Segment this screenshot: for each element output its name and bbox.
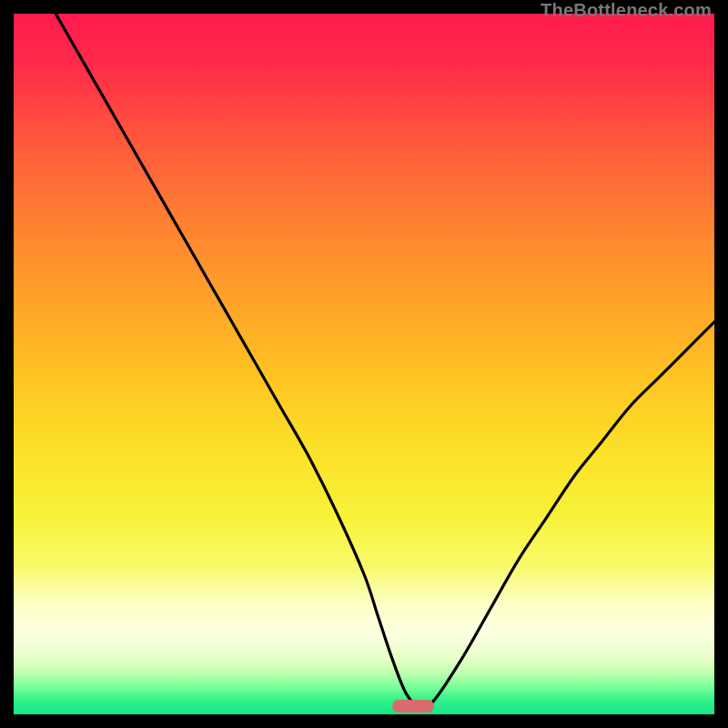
chart-frame: TheBottleneck.com (0, 0, 728, 728)
optimum-marker (392, 700, 434, 713)
bottleneck-curve (14, 14, 714, 714)
curve-path (56, 14, 714, 708)
plot-area (14, 14, 714, 714)
watermark-text: TheBottleneck.com (541, 0, 712, 21)
